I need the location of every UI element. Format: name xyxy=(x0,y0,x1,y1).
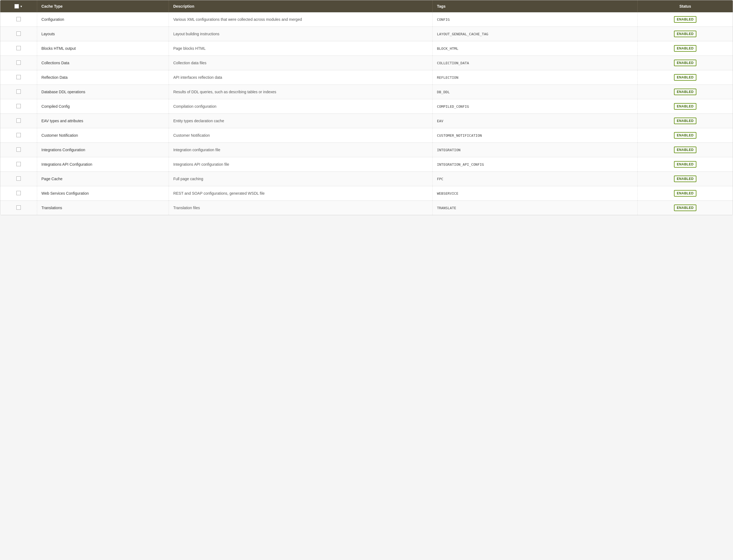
tags-cell-reflection-data: REFLECTION xyxy=(432,70,637,85)
row-checkbox-configuration[interactable] xyxy=(16,17,21,21)
row-checkbox-cell-customer-notification[interactable] xyxy=(0,128,37,143)
status-badge: ENABLED xyxy=(674,132,696,139)
row-checkbox-translations[interactable] xyxy=(16,205,21,210)
status-badge: ENABLED xyxy=(674,147,696,153)
cache-type-cell-configuration: Configuration xyxy=(37,12,169,27)
cache-type-cell-translations: Translations xyxy=(37,201,169,215)
table-row: Collections DataCollection data filesCOL… xyxy=(0,56,733,70)
cache-type-value: Collections Data xyxy=(42,61,69,65)
tags-value: LAYOUT_GENERAL_CACHE_TAG xyxy=(437,32,488,36)
cache-type-value: Web Services Configuration xyxy=(42,191,89,196)
status-cell-collections-data: ENABLED xyxy=(638,56,733,70)
table-row: EAV types and attributesEntity types dec… xyxy=(0,114,733,128)
status-cell-layouts: ENABLED xyxy=(638,27,733,41)
table-row: Reflection DataAPI interfaces reflection… xyxy=(0,70,733,85)
cache-type-cell-web-services-configuration: Web Services Configuration xyxy=(37,186,169,201)
description-cell-compiled-config: Compilation configuration xyxy=(169,99,432,114)
status-cell-blocks-html: ENABLED xyxy=(638,41,733,56)
select-dropdown-arrow-icon[interactable]: ▼ xyxy=(20,5,23,8)
row-checkbox-cell-web-services-configuration[interactable] xyxy=(0,186,37,201)
row-checkbox-compiled-config[interactable] xyxy=(16,104,21,108)
description-value: Compilation configuration xyxy=(173,104,217,109)
row-checkbox-customer-notification[interactable] xyxy=(16,133,21,137)
status-badge: ENABLED xyxy=(674,45,696,52)
row-checkbox-reflection-data[interactable] xyxy=(16,75,21,79)
status-cell-reflection-data: ENABLED xyxy=(638,70,733,85)
status-badge: ENABLED xyxy=(674,118,696,124)
row-checkbox-cell-compiled-config[interactable] xyxy=(0,99,37,114)
cache-type-cell-customer-notification: Customer Notification xyxy=(37,128,169,143)
cache-type-cell-eav-types: EAV types and attributes xyxy=(37,114,169,128)
table-row: Web Services ConfigurationREST and SOAP … xyxy=(0,186,733,201)
description-value: Page blocks HTML xyxy=(173,46,206,51)
row-checkbox-cell-database-ddl[interactable] xyxy=(0,85,37,99)
tags-cell-web-services-configuration: WEBSERVICE xyxy=(432,186,637,201)
row-checkbox-page-cache[interactable] xyxy=(16,176,21,181)
description-value: Customer Notification xyxy=(173,133,210,138)
row-checkbox-cell-eav-types[interactable] xyxy=(0,114,37,128)
cache-management-table: ▼ Cache Type Description Tags Status Con… xyxy=(0,0,733,215)
row-checkbox-integrations-configuration[interactable] xyxy=(16,147,21,152)
tags-value: DB_DDL xyxy=(437,90,450,94)
table-row: ConfigurationVarious XML configurations … xyxy=(0,12,733,27)
tags-cell-page-cache: FPC xyxy=(432,172,637,186)
tags-value: REFLECTION xyxy=(437,75,458,80)
description-value: REST and SOAP configurations, generated … xyxy=(173,191,265,196)
tags-value: EAV xyxy=(437,119,443,123)
description-column-header: Description xyxy=(169,0,432,12)
status-badge: ENABLED xyxy=(674,176,696,182)
cache-type-value: Layouts xyxy=(42,32,55,36)
status-badge: ENABLED xyxy=(674,31,696,37)
status-cell-integrations-api-configuration: ENABLED xyxy=(638,157,733,172)
tags-cell-eav-types: EAV xyxy=(432,114,637,128)
description-cell-eav-types: Entity types declaration cache xyxy=(169,114,432,128)
description-cell-page-cache: Full page caching xyxy=(169,172,432,186)
row-checkbox-cell-blocks-html[interactable] xyxy=(0,41,37,56)
row-checkbox-cell-layouts[interactable] xyxy=(0,27,37,41)
tags-cell-collections-data: COLLECTION_DATA xyxy=(432,56,637,70)
select-all-checkbox[interactable] xyxy=(14,4,19,8)
row-checkbox-cell-translations[interactable] xyxy=(0,201,37,215)
cache-type-value: Page Cache xyxy=(42,177,63,181)
table-row: Compiled ConfigCompilation configuration… xyxy=(0,99,733,114)
status-column-header: Status xyxy=(638,0,733,12)
tags-column-header: Tags xyxy=(432,0,637,12)
cache-type-value: Database DDL operations xyxy=(42,90,86,94)
cache-type-value: Translations xyxy=(42,206,62,210)
description-cell-database-ddl: Results of DDL queries, such as describi… xyxy=(169,85,432,99)
row-checkbox-eav-types[interactable] xyxy=(16,118,21,123)
tags-value: BLOCK_HTML xyxy=(437,46,458,51)
cache-type-value: Compiled Config xyxy=(42,104,70,109)
table-row: TranslationsTranslation filesTRANSLATEEN… xyxy=(0,201,733,215)
status-badge: ENABLED xyxy=(674,103,696,110)
row-checkbox-cell-integrations-api-configuration[interactable] xyxy=(0,157,37,172)
table-row: Integrations ConfigurationIntegration co… xyxy=(0,143,733,157)
cache-type-cell-compiled-config: Compiled Config xyxy=(37,99,169,114)
row-checkbox-cell-collections-data[interactable] xyxy=(0,56,37,70)
table-row: Blocks HTML outputPage blocks HTMLBLOCK_… xyxy=(0,41,733,56)
row-checkbox-blocks-html[interactable] xyxy=(16,46,21,50)
status-badge: ENABLED xyxy=(674,16,696,23)
description-value: Results of DDL queries, such as describi… xyxy=(173,90,276,94)
row-checkbox-collections-data[interactable] xyxy=(16,60,21,65)
description-cell-blocks-html: Page blocks HTML xyxy=(169,41,432,56)
row-checkbox-cell-reflection-data[interactable] xyxy=(0,70,37,85)
tags-cell-database-ddl: DB_DDL xyxy=(432,85,637,99)
row-checkbox-layouts[interactable] xyxy=(16,31,21,36)
row-checkbox-cell-integrations-configuration[interactable] xyxy=(0,143,37,157)
row-checkbox-cell-page-cache[interactable] xyxy=(0,172,37,186)
row-checkbox-database-ddl[interactable] xyxy=(16,89,21,94)
status-cell-database-ddl: ENABLED xyxy=(638,85,733,99)
status-badge: ENABLED xyxy=(674,74,696,81)
row-checkbox-web-services-configuration[interactable] xyxy=(16,191,21,195)
tags-cell-integrations-configuration: INTEGRATION xyxy=(432,143,637,157)
row-checkbox-cell-configuration[interactable] xyxy=(0,12,37,27)
description-value: Various XML configurations that were col… xyxy=(173,17,302,22)
select-all-header[interactable]: ▼ xyxy=(0,0,37,12)
tags-cell-blocks-html: BLOCK_HTML xyxy=(432,41,637,56)
description-value: API interfaces reflection data xyxy=(173,75,222,80)
cache-type-cell-integrations-api-configuration: Integrations API Configuration xyxy=(37,157,169,172)
row-checkbox-integrations-api-configuration[interactable] xyxy=(16,162,21,166)
cache-type-cell-blocks-html: Blocks HTML output xyxy=(37,41,169,56)
tags-value: WEBSERVICE xyxy=(437,191,458,196)
